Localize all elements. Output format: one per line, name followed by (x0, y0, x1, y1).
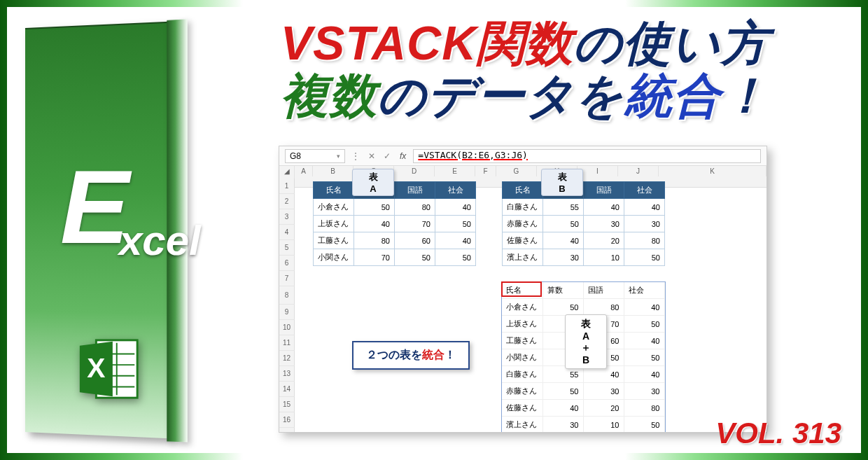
table-cell[interactable]: 白藤さん (502, 366, 542, 383)
table-cell[interactable]: 小倉さん (314, 199, 354, 216)
table-cell[interactable]: 80 (354, 232, 395, 249)
table-cell[interactable]: 50 (624, 316, 664, 333)
table-cell[interactable]: 50 (543, 216, 584, 232)
table-cell[interactable]: 佐藤さん (502, 400, 542, 417)
formula-input[interactable]: =VSTACK(B2:E6,G3:J6) (413, 149, 761, 163)
table-cell[interactable]: 50 (354, 199, 395, 216)
table-cell[interactable]: 小倉さん (502, 299, 542, 316)
table-cell[interactable]: 40 (624, 199, 665, 216)
table-cell[interactable]: 50 (624, 349, 664, 366)
table-cell[interactable]: 10 (584, 249, 624, 266)
row-header[interactable]: 8 (279, 286, 295, 305)
table-cell[interactable]: 60 (395, 232, 435, 249)
table-cell[interactable]: 工藤さん (314, 232, 354, 249)
table-cell[interactable]: 10 (583, 417, 624, 433)
table-cell[interactable]: 80 (624, 232, 665, 249)
row-header[interactable]: 9 (279, 305, 295, 320)
row-header[interactable]: 2 (279, 194, 295, 209)
table-cell[interactable]: 30 (624, 216, 665, 232)
table-cell[interactable]: 40 (354, 216, 395, 232)
column-header[interactable]: F (475, 166, 496, 176)
table-cell[interactable]: 40 (542, 400, 583, 417)
row-header[interactable]: 7 (279, 271, 295, 286)
table-cell[interactable]: 50 (624, 249, 665, 266)
row-header[interactable]: 15 (279, 397, 295, 412)
row-header[interactable]: 11 (279, 335, 295, 351)
name-box[interactable]: G8 ▾ (285, 149, 345, 163)
table-cell[interactable]: 濱上さん (503, 249, 543, 266)
table-cell[interactable]: 工藤さん (502, 333, 542, 349)
table-cell[interactable]: 50 (542, 383, 583, 400)
table-cell[interactable]: 50 (542, 299, 583, 316)
table-cell[interactable]: 上坂さん (502, 316, 542, 333)
table-cell[interactable]: 40 (435, 232, 476, 249)
chevron-down-icon[interactable]: ▾ (337, 153, 340, 160)
select-all-corner[interactable]: ◢ (279, 166, 295, 176)
column-header[interactable]: E (435, 166, 475, 176)
table-cell[interactable]: 算数 (542, 282, 583, 299)
excel-word-logo: E xcel (60, 155, 270, 262)
dots-icon[interactable]: ⋮ (349, 151, 362, 161)
table-cell[interactable]: 40 (624, 333, 664, 349)
table-cell[interactable]: 40 (584, 199, 624, 216)
table-cell[interactable]: 上坂さん (314, 216, 354, 232)
column-header[interactable]: K (659, 166, 766, 176)
table-a-label: 表A (352, 169, 394, 196)
row-header[interactable]: 5 (279, 240, 295, 256)
check-icon[interactable]: ✓ (382, 151, 393, 161)
table-cell[interactable]: 30 (583, 383, 624, 400)
table-cell[interactable]: 50 (624, 417, 664, 433)
row-header[interactable]: 4 (279, 225, 295, 240)
table-cell[interactable]: 国語 (583, 282, 624, 299)
table-cell[interactable]: 40 (435, 199, 476, 216)
table-cell[interactable]: 80 (395, 199, 435, 216)
table-header-cell: 国語 (395, 182, 435, 199)
table-cell[interactable]: 赤藤さん (503, 216, 543, 232)
table-cell[interactable]: 氏名 (502, 282, 542, 299)
row-header[interactable]: 16 (279, 412, 295, 428)
table-cell[interactable]: 20 (583, 400, 624, 417)
row-header[interactable]: 1 (279, 179, 295, 194)
row-header[interactable]: 13 (279, 366, 295, 382)
table-cell[interactable]: 50 (395, 249, 435, 266)
column-header[interactable]: D (394, 166, 435, 176)
row-header[interactable]: 6 (279, 256, 295, 271)
table-cell[interactable]: 30 (584, 216, 624, 232)
table-header-cell: 国語 (584, 182, 624, 199)
table-cell[interactable]: 白藤さん (503, 199, 543, 216)
table-cell[interactable]: 20 (584, 232, 624, 249)
table-cell[interactable]: 80 (583, 299, 624, 316)
column-header[interactable]: A (295, 166, 313, 176)
table-cell[interactable]: 30 (542, 417, 583, 433)
table-cell[interactable]: 赤藤さん (502, 383, 542, 400)
table-cell[interactable]: 小関さん (314, 249, 354, 266)
table-cell[interactable]: 50 (435, 249, 476, 266)
table-cell[interactable]: 55 (543, 199, 584, 216)
column-header[interactable]: B (313, 166, 354, 176)
table-cell[interactable]: 佐藤さん (503, 232, 543, 249)
table-row: 小関さん705050 (314, 249, 476, 266)
table-cell[interactable]: 小関さん (502, 349, 542, 366)
table-row: 濱上さん301050 (502, 417, 664, 433)
table-cell[interactable]: 30 (543, 249, 584, 266)
table-cell[interactable]: 80 (624, 400, 664, 417)
table-cell[interactable]: 社会 (624, 282, 664, 299)
row-header[interactable]: 17 (279, 428, 295, 432)
table-cell[interactable]: 40 (624, 299, 664, 316)
table-cell[interactable]: 40 (624, 366, 664, 383)
cancel-icon[interactable]: ✕ (366, 151, 377, 161)
fx-icon[interactable]: fx (397, 151, 409, 161)
table-cell[interactable]: 40 (543, 232, 584, 249)
table-cell[interactable]: 70 (395, 216, 435, 232)
row-header[interactable]: 10 (279, 320, 295, 335)
table-cell[interactable]: 30 (624, 383, 664, 400)
row-header[interactable]: 12 (279, 351, 295, 366)
column-header[interactable]: I (578, 166, 618, 176)
row-header[interactable]: 14 (279, 382, 295, 397)
table-cell[interactable]: 50 (435, 216, 476, 232)
table-cell[interactable]: 濱上さん (502, 417, 542, 433)
table-cell[interactable]: 70 (354, 249, 395, 266)
column-header[interactable]: J (618, 166, 659, 176)
row-header[interactable]: 3 (279, 209, 295, 225)
column-header[interactable]: G (496, 166, 537, 176)
